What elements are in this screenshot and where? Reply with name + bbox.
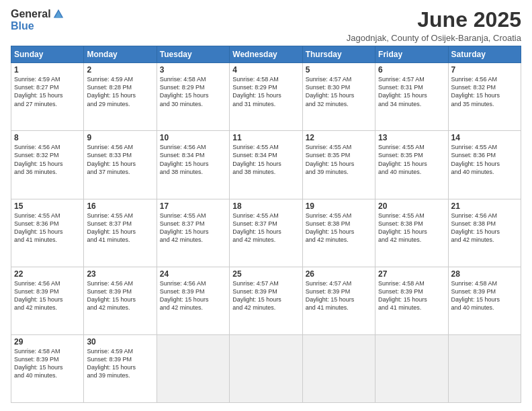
day-info: Sunrise: 4:56 AM Sunset: 8:32 PM Dayligh…: [451, 75, 518, 108]
day-number: 9: [87, 133, 153, 142]
calendar-cell: [157, 334, 229, 402]
day-info: Sunrise: 4:55 AM Sunset: 8:37 PM Dayligh…: [87, 212, 153, 244]
col-saturday: Saturday: [448, 46, 521, 63]
day-info: Sunrise: 4:59 AM Sunset: 8:27 PM Dayligh…: [14, 75, 81, 108]
logo-general: General: [11, 8, 51, 20]
day-number: 21: [451, 201, 518, 211]
calendar-cell: 24Sunrise: 4:56 AM Sunset: 8:39 PM Dayli…: [157, 267, 229, 334]
calendar-cell: [230, 334, 302, 402]
subtitle: Jagodnjak, County of Osijek-Baranja, Cro…: [347, 33, 521, 43]
month-title: June 2025: [347, 8, 521, 32]
day-number: 3: [160, 65, 226, 75]
day-info: Sunrise: 4:55 AM Sunset: 8:37 PM Dayligh…: [232, 212, 299, 244]
day-info: Sunrise: 4:56 AM Sunset: 8:32 PM Dayligh…: [14, 143, 81, 176]
day-number: 28: [451, 269, 518, 279]
day-number: 12: [306, 133, 372, 142]
header-row: General Blue June 2025 Jagodnjak, County…: [11, 8, 521, 43]
col-monday: Monday: [84, 46, 157, 63]
day-info: Sunrise: 4:55 AM Sunset: 8:34 PM Dayligh…: [232, 143, 299, 176]
calendar-cell: 13Sunrise: 4:55 AM Sunset: 8:35 PM Dayli…: [375, 131, 448, 199]
calendar-cell: 23Sunrise: 4:56 AM Sunset: 8:39 PM Dayli…: [84, 267, 157, 334]
calendar-week-4: 22Sunrise: 4:56 AM Sunset: 8:39 PM Dayli…: [11, 267, 521, 334]
day-info: Sunrise: 4:57 AM Sunset: 8:39 PM Dayligh…: [306, 279, 372, 312]
calendar-cell: 27Sunrise: 4:58 AM Sunset: 8:39 PM Dayli…: [375, 267, 448, 334]
calendar-cell: 18Sunrise: 4:55 AM Sunset: 8:37 PM Dayli…: [230, 199, 302, 267]
calendar-cell: 11Sunrise: 4:55 AM Sunset: 8:34 PM Dayli…: [230, 131, 302, 199]
day-number: 27: [378, 269, 445, 279]
day-number: 22: [14, 269, 81, 279]
day-info: Sunrise: 4:56 AM Sunset: 8:33 PM Dayligh…: [87, 143, 153, 176]
day-info: Sunrise: 4:56 AM Sunset: 8:39 PM Dayligh…: [160, 279, 226, 312]
day-info: Sunrise: 4:57 AM Sunset: 8:30 PM Dayligh…: [306, 75, 372, 108]
calendar: Sunday Monday Tuesday Wednesday Thursday…: [11, 46, 521, 403]
calendar-cell: 3Sunrise: 4:58 AM Sunset: 8:29 PM Daylig…: [157, 63, 229, 131]
logo: General Blue: [11, 8, 64, 32]
day-number: 14: [451, 133, 518, 142]
calendar-cell: 22Sunrise: 4:56 AM Sunset: 8:39 PM Dayli…: [11, 267, 84, 334]
day-number: 4: [232, 65, 299, 75]
day-number: 29: [14, 337, 81, 347]
day-info: Sunrise: 4:58 AM Sunset: 8:39 PM Dayligh…: [451, 279, 518, 312]
day-info: Sunrise: 4:55 AM Sunset: 8:37 PM Dayligh…: [160, 212, 226, 244]
calendar-cell: 4Sunrise: 4:58 AM Sunset: 8:29 PM Daylig…: [230, 63, 302, 131]
day-number: 20: [378, 201, 445, 211]
day-info: Sunrise: 4:56 AM Sunset: 8:39 PM Dayligh…: [14, 279, 81, 312]
calendar-cell: 2Sunrise: 4:59 AM Sunset: 8:28 PM Daylig…: [84, 63, 157, 131]
day-number: 8: [14, 133, 81, 142]
day-number: 16: [87, 201, 153, 211]
day-number: 13: [378, 133, 445, 142]
day-info: Sunrise: 4:58 AM Sunset: 8:29 PM Dayligh…: [160, 75, 226, 108]
calendar-cell: [448, 334, 521, 402]
day-number: 30: [87, 337, 153, 347]
calendar-cell: [302, 334, 375, 402]
day-info: Sunrise: 4:55 AM Sunset: 8:36 PM Dayligh…: [451, 143, 518, 176]
calendar-cell: 19Sunrise: 4:55 AM Sunset: 8:38 PM Dayli…: [302, 199, 375, 267]
calendar-cell: 20Sunrise: 4:55 AM Sunset: 8:38 PM Dayli…: [375, 199, 448, 267]
calendar-cell: 25Sunrise: 4:57 AM Sunset: 8:39 PM Dayli…: [230, 267, 302, 334]
calendar-cell: 15Sunrise: 4:55 AM Sunset: 8:36 PM Dayli…: [11, 199, 84, 267]
calendar-cell: 14Sunrise: 4:55 AM Sunset: 8:36 PM Dayli…: [448, 131, 521, 199]
calendar-cell: 12Sunrise: 4:55 AM Sunset: 8:35 PM Dayli…: [302, 131, 375, 199]
day-info: Sunrise: 4:55 AM Sunset: 8:36 PM Dayligh…: [14, 212, 81, 244]
calendar-cell: 30Sunrise: 4:59 AM Sunset: 8:39 PM Dayli…: [84, 334, 157, 402]
day-number: 11: [232, 133, 299, 142]
day-info: Sunrise: 4:58 AM Sunset: 8:39 PM Dayligh…: [378, 279, 445, 312]
calendar-cell: 26Sunrise: 4:57 AM Sunset: 8:39 PM Dayli…: [302, 267, 375, 334]
day-number: 26: [306, 269, 372, 279]
calendar-week-2: 8Sunrise: 4:56 AM Sunset: 8:32 PM Daylig…: [11, 131, 521, 199]
logo-blue: Blue: [11, 20, 34, 32]
day-number: 17: [160, 201, 226, 211]
day-info: Sunrise: 4:57 AM Sunset: 8:31 PM Dayligh…: [378, 75, 445, 108]
title-block: June 2025 Jagodnjak, County of Osijek-Ba…: [347, 8, 521, 43]
day-number: 6: [378, 65, 445, 75]
col-wednesday: Wednesday: [230, 46, 302, 63]
day-number: 10: [160, 133, 226, 142]
day-number: 19: [306, 201, 372, 211]
calendar-cell: 9Sunrise: 4:56 AM Sunset: 8:33 PM Daylig…: [84, 131, 157, 199]
calendar-cell: 10Sunrise: 4:56 AM Sunset: 8:34 PM Dayli…: [157, 131, 229, 199]
calendar-cell: 17Sunrise: 4:55 AM Sunset: 8:37 PM Dayli…: [157, 199, 229, 267]
day-number: 25: [232, 269, 299, 279]
day-info: Sunrise: 4:59 AM Sunset: 8:39 PM Dayligh…: [87, 347, 153, 380]
col-friday: Friday: [375, 46, 448, 63]
day-number: 18: [232, 201, 299, 211]
col-thursday: Thursday: [302, 46, 375, 63]
day-info: Sunrise: 4:56 AM Sunset: 8:34 PM Dayligh…: [160, 143, 226, 176]
day-info: Sunrise: 4:57 AM Sunset: 8:39 PM Dayligh…: [232, 279, 299, 312]
calendar-cell: 6Sunrise: 4:57 AM Sunset: 8:31 PM Daylig…: [375, 63, 448, 131]
day-info: Sunrise: 4:56 AM Sunset: 8:39 PM Dayligh…: [87, 279, 153, 312]
day-number: 1: [14, 65, 81, 75]
day-number: 7: [451, 65, 518, 75]
calendar-header-row: Sunday Monday Tuesday Wednesday Thursday…: [11, 46, 521, 63]
page: General Blue June 2025 Jagodnjak, County…: [0, 0, 532, 411]
col-sunday: Sunday: [11, 46, 84, 63]
day-info: Sunrise: 4:55 AM Sunset: 8:35 PM Dayligh…: [378, 143, 445, 176]
day-info: Sunrise: 4:58 AM Sunset: 8:39 PM Dayligh…: [14, 347, 81, 380]
day-number: 15: [14, 201, 81, 211]
day-info: Sunrise: 4:58 AM Sunset: 8:29 PM Dayligh…: [232, 75, 299, 108]
col-tuesday: Tuesday: [157, 46, 229, 63]
calendar-cell: 29Sunrise: 4:58 AM Sunset: 8:39 PM Dayli…: [11, 334, 84, 402]
day-info: Sunrise: 4:55 AM Sunset: 8:35 PM Dayligh…: [306, 143, 372, 176]
calendar-cell: 1Sunrise: 4:59 AM Sunset: 8:27 PM Daylig…: [11, 63, 84, 131]
day-info: Sunrise: 4:59 AM Sunset: 8:28 PM Dayligh…: [87, 75, 153, 108]
